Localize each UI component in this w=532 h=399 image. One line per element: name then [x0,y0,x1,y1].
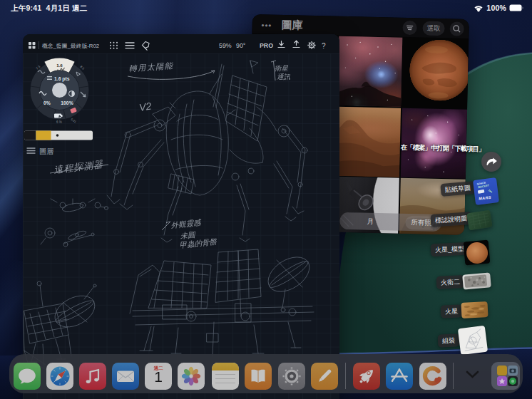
svg-text:1.6 pts: 1.6 pts [54,76,70,82]
svg-text:PRO: PRO [260,42,273,49]
svg-text:6 %: 6 % [56,120,62,124]
svg-text:90°: 90° [236,42,245,49]
svg-text:V2: V2 [138,100,153,113]
svg-text:MARS: MARS [479,195,491,201]
svg-text:100%: 100% [61,100,73,105]
svg-text:1.6: 1.6 [56,63,63,68]
svg-text:圖層: 圖層 [39,147,53,155]
svg-text:未圓: 未圓 [180,230,197,240]
svg-text:59%: 59% [219,42,232,49]
svg-text:?: ? [322,42,326,50]
svg-text:通訊: 通訊 [277,73,291,81]
svg-text:衛星: 衛星 [275,64,289,72]
svg-text:0%: 0% [44,100,51,105]
svg-text:概念_藍圖_最終版-R02: 概念_藍圖_最終版-R02 [42,43,99,49]
